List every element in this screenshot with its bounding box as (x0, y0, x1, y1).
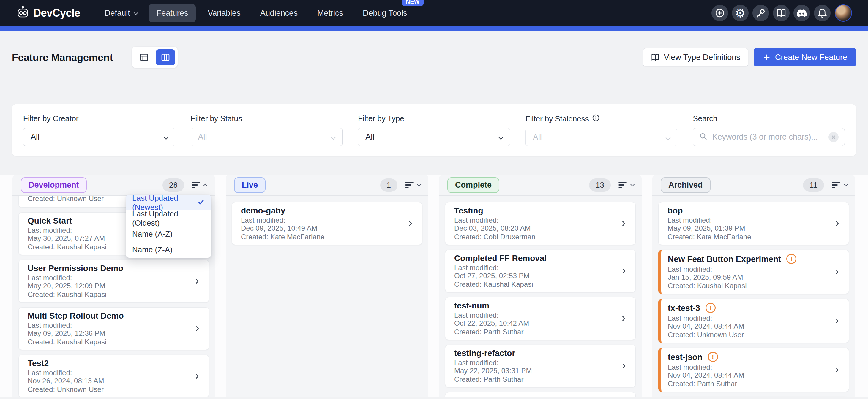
feature-name: demo-paul (454, 396, 626, 397)
feature-card[interactable]: User Permissions Demo Last modified: May… (19, 260, 209, 302)
feature-card[interactable]: demo-paul Last modified: (445, 392, 636, 397)
last-modified-label: Last modified: (668, 314, 840, 322)
user-avatar[interactable] (835, 4, 852, 22)
filter-creator-select[interactable]: All (23, 128, 175, 146)
search-icon (699, 132, 708, 142)
api-keys-icon[interactable] (752, 5, 769, 21)
robot-logo-icon (16, 6, 30, 21)
filter-type-select[interactable]: All (358, 128, 510, 146)
top-nav: DevCycle Default Features Variables Audi… (0, 0, 868, 26)
filter-creator-label: Filter by Creator (23, 114, 175, 123)
caret-down-icon (417, 182, 421, 187)
nav-features[interactable]: Features (149, 4, 196, 22)
feature-card[interactable]: test-json ! Last modified: Nov 04, 2024,… (658, 347, 849, 392)
column-development-header: Development 28 (12, 175, 215, 195)
feature-name: test-json (668, 353, 703, 361)
column-count: 11 (803, 178, 824, 192)
kanban-view-button[interactable] (156, 49, 175, 65)
sort-option-name-za[interactable]: Name (Z-A) (126, 242, 211, 258)
last-modified-date: May 22, 2025, 03:31 PM (454, 367, 626, 375)
created-by: Created: Unknown User (668, 331, 840, 339)
created-by: Created: Parth Suthar (454, 375, 626, 383)
feature-card[interactable]: tx-test-3 ! Last modified: Nov 04, 2024,… (658, 299, 849, 343)
feature-name: bop (668, 206, 840, 215)
devcycle-logo[interactable]: DevCycle (16, 6, 80, 21)
feature-card[interactable]: Testing Last modified: Dec 03, 2025, 08:… (445, 202, 636, 245)
last-modified-label: Last modified: (28, 274, 200, 282)
last-modified-date: Oct 27, 2025, 02:53 PM (454, 272, 626, 280)
view-toggle (132, 46, 178, 68)
check-icon (197, 198, 205, 207)
filter-search: Search (693, 114, 845, 146)
feature-card[interactable]: rachel-test ! (658, 397, 849, 397)
sort-icon (618, 182, 627, 188)
sort-control[interactable] (405, 182, 420, 188)
nav-project-selector[interactable]: Default (97, 4, 145, 22)
feature-card[interactable]: Test2 Last modified: Nov 26, 2024, 08:13… (19, 355, 209, 397)
column-live: Live 1 demo-gaby Last modified: Dec 09, … (226, 175, 428, 397)
feature-card[interactable]: Completed FF Removal Last modified: Oct … (445, 250, 636, 292)
sort-control[interactable] (618, 182, 633, 188)
feature-name: Test2 (28, 359, 200, 368)
filter-staleness-label: Filter by Staleness (526, 114, 678, 124)
notifications-bell-icon[interactable] (814, 5, 831, 21)
sort-control[interactable] (832, 182, 847, 188)
feature-card[interactable]: demo-gaby Last modified: Dec 09, 2025, 1… (232, 202, 423, 245)
column-count: 1 (380, 178, 398, 192)
created-by: Created: Kate MacFarlane (668, 233, 840, 241)
created-by: Created: Unknown User (28, 385, 200, 393)
sort-option-name-az[interactable]: Name (A-Z) (126, 226, 211, 242)
feature-name: tx-test-3 (668, 304, 700, 312)
created-by: Created: Kaushal Kapasi (28, 290, 200, 298)
filter-staleness-select[interactable]: All (526, 129, 678, 146)
column-complete-header: Complete 13 (439, 175, 642, 195)
feature-card[interactable]: bop Last modified: May 09, 2025, 01:39 P… (658, 202, 849, 245)
feature-card[interactable]: test-num Last modified: Oct 22, 2025, 10… (445, 297, 636, 340)
feature-name: New Feat Button Experiment (668, 255, 781, 263)
nav-metrics[interactable]: Metrics (310, 4, 351, 22)
search-input[interactable] (712, 132, 824, 142)
filter-bar: Filter by Creator All Filter by Status A… (12, 104, 856, 156)
clear-search-icon[interactable] (829, 132, 839, 142)
feature-card[interactable]: New Feat Button Experiment ! Last modifi… (658, 250, 849, 294)
sort-control[interactable] (192, 182, 207, 188)
nav-debug-tools[interactable]: Debug Tools NEW (355, 4, 415, 22)
last-modified-label: Last modified: (241, 216, 413, 224)
filter-staleness: Filter by Staleness All (526, 114, 678, 146)
last-modified-label: Last modified: (454, 311, 626, 319)
last-modified-date: Nov 04, 2024, 08:44 AM (668, 371, 840, 379)
nav-variables[interactable]: Variables (200, 4, 248, 22)
filter-creator: Filter by Creator All (23, 114, 175, 146)
table-view-button[interactable] (134, 49, 154, 65)
view-type-definitions-button[interactable]: View Type Definitions (643, 48, 748, 67)
info-icon[interactable] (592, 114, 600, 124)
main-menu: Default Features Variables Audiences Met… (97, 4, 415, 22)
status-badge: Complete (447, 177, 499, 193)
last-modified-label: Last modified: (454, 216, 626, 224)
settings-gear-icon[interactable]: ⚙ (732, 5, 749, 21)
nav-audiences[interactable]: Audiences (252, 4, 305, 22)
last-modified-label: Last modified: (454, 264, 626, 272)
sort-option-newest[interactable]: Last Updated (Newest) (126, 195, 211, 210)
create-icon[interactable] (711, 5, 728, 21)
last-modified-date: Jan 15, 2025, 09:59 AM (668, 273, 840, 281)
feature-card[interactable]: testing-refactor Last modified: May 22, … (445, 345, 636, 388)
column-count: 13 (589, 178, 611, 192)
created-by: Created: Parth Suthar (454, 328, 626, 336)
column-live-cards: demo-gaby Last modified: Dec 09, 2025, 1… (226, 196, 428, 397)
created-by: Created: Kaushal Kapasi (668, 282, 840, 290)
docs-book-icon[interactable] (773, 5, 789, 21)
feature-name: Testing (454, 206, 626, 215)
feature-card[interactable]: Multi Step Rollout Demo Last modified: M… (19, 307, 209, 350)
columns-icon (161, 53, 170, 62)
feature-name: User Permissions Demo (28, 264, 200, 272)
column-archived-cards: bop Last modified: May 09, 2025, 01:39 P… (652, 196, 855, 397)
stale-warning-icon: ! (708, 352, 718, 362)
sort-option-oldest[interactable]: Last Updated (Oldest) (126, 210, 211, 226)
filter-status-select[interactable]: All (191, 128, 343, 146)
create-new-feature-button[interactable]: Create New Feature (754, 48, 856, 67)
discord-icon[interactable] (794, 5, 810, 21)
sort-icon (192, 182, 200, 188)
column-complete-cards: Testing Last modified: Dec 03, 2025, 08:… (439, 196, 642, 397)
search-label: Search (693, 114, 845, 123)
